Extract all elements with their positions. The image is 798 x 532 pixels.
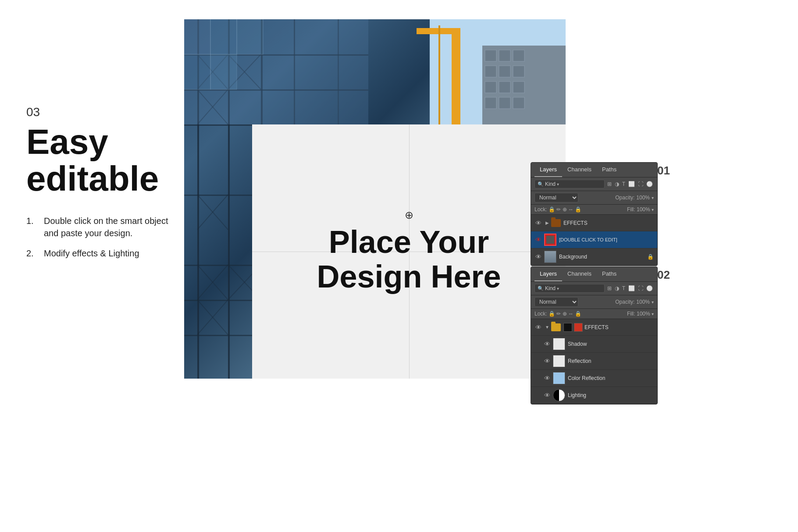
panel-2-tabs: Layers Channels Paths [531,267,657,282]
svg-rect-29 [237,19,263,54]
layer-row-effects-1[interactable]: 👁 ▶ EFFECTS [531,215,657,231]
eye-icon-selected[interactable]: 👁 [534,236,542,244]
billboard: ⊕ Place Your Design Here [252,124,566,379]
layers-panel-1: Layers Channels Paths 🔍 Kind ▾ ⊞ ◑ T ⬜ ⛶… [531,162,658,266]
main-title: Easy editable [26,124,184,197]
billboard-text: ⊕ Place Your Design Here [317,209,501,294]
layer-thumb-lighting [553,389,565,401]
svg-rect-44 [499,97,510,109]
eye-icon[interactable]: 👁 [534,219,542,227]
pixel-icon-2[interactable]: ⊞ [606,284,613,292]
toolbar-icons-2: ⊞ ◑ T ⬜ ⛶ ⚪ [606,284,654,292]
panel-2-layers: 👁 ▼ EFFECTS 👁 Shadow 👁 Reflection 👁 Colo… [531,319,657,404]
lock-icon-bg: 🔒 [647,254,654,260]
svg-rect-41 [499,82,510,93]
svg-rect-42 [513,82,524,93]
panel-1-tabs: Layers Channels Paths [531,163,657,177]
arrow-icon[interactable]: ▶ [544,220,550,226]
adjustment-icon-2[interactable]: ◑ [614,284,620,292]
blend-mode-select-1[interactable]: Normal [534,193,578,202]
layer-row-smart-object[interactable]: 👁 [DOUBLE CLICK TO EDIT] [531,231,657,248]
eye-icon-lighting[interactable]: 👁 [543,391,551,399]
panel-number-1: 01 [657,164,670,177]
svg-rect-40 [485,82,496,93]
svg-rect-43 [485,97,496,109]
panel-1-toolbar: 🔍 Kind ▾ ⊞ ◑ T ⬜ ⛶ ⚪ [531,177,657,191]
layer-row-color-reflection[interactable]: 👁 Color Reflection [531,370,657,387]
svg-rect-37 [485,66,496,77]
tab-paths-2[interactable]: Paths [597,267,622,281]
filter-kind-2[interactable]: 🔍 Kind ▾ [534,284,605,293]
type-icon-2[interactable]: T [621,284,626,292]
svg-rect-39 [513,66,524,77]
layer-thumb-reflection [553,355,565,367]
instruction-2: 2. Modify effects & Lighting [26,247,184,259]
svg-rect-35 [499,50,510,61]
panel-2-blend-row: Normal Opacity: 100% ▾ [531,295,657,309]
svg-rect-45 [513,97,524,109]
shape-icon[interactable]: ⬜ [627,180,636,188]
eye-icon-shadow[interactable]: 👁 [543,340,551,348]
svg-rect-34 [485,50,496,61]
filter-kind-1[interactable]: 🔍 Kind ▾ [534,180,605,188]
arrow-open-icon[interactable]: ▼ [544,324,550,330]
layer-thumb-red [544,234,556,246]
panel-number-2: 02 [657,268,670,282]
svg-rect-27 [184,19,210,54]
lock-icon-1: 🔒 ✏ ⊕ ↔ 🔒 [549,206,581,213]
panel-2-toolbar: 🔍 Kind ▾ ⊞ ◑ T ⬜ ⛶ ⚪ [531,282,657,295]
layers-panel-2: Layers Channels Paths 🔍 Kind ▾ ⊞ ◑ T ⬜ ⛶… [531,266,658,404]
panel-1-blend-row: Normal Opacity: 100% ▾ [531,191,657,205]
opacity-section-1: Opacity: 100% ▾ [615,195,654,201]
svg-rect-30 [184,54,210,89]
layer-row-lighting[interactable]: 👁 Lighting [531,387,657,404]
instructions-list: 1. Double click on the smart object and … [26,215,184,259]
mask-thumb [563,323,572,332]
panel-2-lock-row: Lock: 🔒 ✏ ⊕ ↔ 🔒 Fill: 100% ▾ [531,309,657,319]
layer-thumb-bg [544,251,556,263]
eye-icon-effects-2[interactable]: 👁 [534,323,542,331]
blend-mode-select-2[interactable]: Normal [534,297,578,307]
left-panel: 03 Easy editable 1. Double click on the … [26,105,184,267]
type-icon[interactable]: T [621,180,626,188]
svg-rect-28 [210,19,237,54]
svg-rect-38 [499,66,510,77]
layer-thumb-color-reflection [553,372,565,384]
layer-row-background[interactable]: 👁 Background 🔒 [531,248,657,266]
panel-1-lock-row: Lock: 🔒 ✏ ⊕ ↔ 🔒 Fill: 100% ▾ [531,205,657,215]
eye-icon-reflection[interactable]: 👁 [543,357,551,365]
mask-red-thumb [574,323,583,332]
circle-dot-icon-2[interactable]: ⚪ [645,284,654,292]
eye-icon-bg[interactable]: 👁 [534,253,542,261]
layer-thumb-shadow [553,338,565,350]
tab-channels-2[interactable]: Channels [562,267,597,281]
panel-1-layers: 👁 ▶ EFFECTS 👁 [DOUBLE CLICK TO EDIT] 👁 B… [531,215,657,266]
layer-row-reflection[interactable]: 👁 Reflection [531,353,657,370]
layer-row-shadow[interactable]: 👁 Shadow [531,336,657,353]
instruction-1: 1. Double click on the smart object and … [26,215,184,239]
lock-icons-2: 🔒 ✏ ⊕ ↔ 🔒 [549,311,581,317]
tab-paths-1[interactable]: Paths [597,163,622,177]
adjustment-icon[interactable]: ◑ [614,180,620,188]
billboard-icon: ⊕ [317,209,501,221]
step-number: 03 [26,105,184,119]
folder-icon-open [551,323,561,331]
svg-rect-31 [210,54,237,89]
smart-icon[interactable]: ⛶ [637,180,644,188]
layer-row-effects-2[interactable]: 👁 ▼ EFFECTS [531,319,657,336]
tab-channels-1[interactable]: Channels [562,163,597,177]
circle-dot-icon[interactable]: ⚪ [645,180,654,188]
shape-icon-2[interactable]: ⬜ [627,284,636,292]
main-image: ⊕ Place Your Design Here [184,19,566,379]
toolbar-icons-1: ⊞ ◑ T ⬜ ⛶ ⚪ [606,180,654,188]
smart-icon-2[interactable]: ⛶ [637,284,644,292]
opacity-section-2: Opacity: 100% ▾ [615,299,654,305]
tab-layers-1[interactable]: Layers [534,163,562,177]
billboard-heading: Place Your Design Here [317,225,501,294]
tab-layers-2[interactable]: Layers [534,267,562,281]
eye-icon-color-reflection[interactable]: 👁 [543,374,551,382]
folder-icon-effects [551,219,561,227]
pixel-icon[interactable]: ⊞ [606,180,613,188]
svg-rect-36 [513,50,524,61]
